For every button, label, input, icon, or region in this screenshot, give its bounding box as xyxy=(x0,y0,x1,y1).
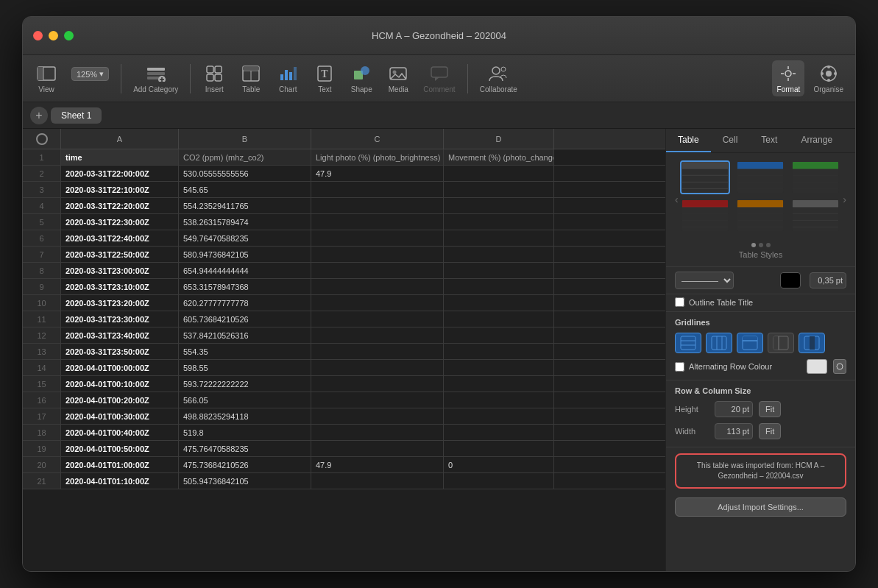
table-row[interactable]: 122020-03-31T23:40:00Z537.84210526316 xyxy=(23,327,665,344)
border-pt-input[interactable] xyxy=(810,272,846,288)
cell-d[interactable] xyxy=(444,230,554,246)
style-thumb-plain[interactable] xyxy=(680,160,730,194)
cell-c[interactable] xyxy=(311,214,444,230)
cell-a[interactable]: 2020-04-01T00:20:00Z xyxy=(61,392,179,408)
cell-b[interactable]: 545.65 xyxy=(179,182,311,197)
cell-c[interactable] xyxy=(311,408,444,424)
cell-c[interactable] xyxy=(311,473,444,489)
cell-a[interactable]: 2020-04-01T00:30:00Z xyxy=(61,408,179,424)
cell-d[interactable] xyxy=(444,279,554,294)
table-row[interactable]: 42020-03-31T22:20:00Z554.23529411765 xyxy=(23,198,665,214)
cell-c[interactable] xyxy=(311,182,444,197)
cell-b[interactable]: 538.26315789474 xyxy=(179,214,311,230)
cell-d[interactable] xyxy=(444,198,554,213)
cell-a[interactable]: 2020-03-31T23:50:00Z xyxy=(61,344,179,359)
cell-d[interactable] xyxy=(444,360,554,375)
cell-a[interactable]: time xyxy=(61,149,179,165)
cell-b[interactable]: 498.88235294118 xyxy=(179,408,311,424)
tab-cell[interactable]: Cell xyxy=(711,129,750,152)
cell-d[interactable] xyxy=(444,408,554,424)
cell-c[interactable]: Light photo (%) (photo_brightness) xyxy=(311,149,444,165)
cell-a[interactable]: 2020-03-31T22:00:00Z xyxy=(61,166,179,181)
cell-a[interactable]: 2020-03-31T22:30:00Z xyxy=(61,214,179,230)
table-row[interactable]: 112020-03-31T23:30:00Z605.73684210526 xyxy=(23,311,665,327)
table-row[interactable]: 32020-03-31T22:10:00Z545.65 xyxy=(23,182,665,198)
cell-d[interactable] xyxy=(444,295,554,311)
width-input[interactable] xyxy=(715,423,753,439)
view-tool[interactable]: View xyxy=(30,60,63,96)
add-sheet-button[interactable]: + xyxy=(30,107,48,124)
cell-d[interactable] xyxy=(444,214,554,230)
cell-d[interactable] xyxy=(444,247,554,262)
table-row[interactable]: 62020-03-31T22:40:00Z549.76470588235 xyxy=(23,230,665,247)
cell-b[interactable]: 620.27777777778 xyxy=(179,295,311,311)
cell-c[interactable] xyxy=(311,279,444,294)
cell-c[interactable] xyxy=(311,263,444,278)
styles-prev-arrow[interactable]: ‹ xyxy=(673,194,680,205)
style-thumb-gray[interactable] xyxy=(790,199,840,233)
cell-b[interactable]: 537.84210526316 xyxy=(179,327,311,343)
cell-c[interactable] xyxy=(311,441,444,456)
table-row[interactable]: 102020-03-31T23:20:00Z620.27777777778 xyxy=(23,295,665,311)
cell-d[interactable] xyxy=(444,425,554,440)
cell-d[interactable]: 0 xyxy=(444,457,554,472)
adjust-import-button[interactable]: Adjust Import Settings... xyxy=(675,497,846,517)
cell-d[interactable] xyxy=(444,311,554,327)
cell-a[interactable]: 2020-03-31T22:50:00Z xyxy=(61,247,179,262)
style-thumb-orange[interactable] xyxy=(735,199,785,233)
cell-a[interactable]: 2020-04-01T00:40:00Z xyxy=(61,425,179,440)
cell-b[interactable]: 580.94736842105 xyxy=(179,247,311,262)
gridlines-header-col-btn[interactable] xyxy=(768,333,794,353)
cell-b[interactable]: 605.73684210526 xyxy=(179,311,311,327)
table-row[interactable]: 192020-04-01T00:50:00Z475.76470588235 xyxy=(23,441,665,457)
cell-d[interactable]: Movement (%) (photo_change) xyxy=(444,149,554,165)
tab-text[interactable]: Text xyxy=(749,129,789,152)
cell-b[interactable]: 554.35 xyxy=(179,344,311,359)
outline-checkbox[interactable] xyxy=(675,297,684,307)
cell-d[interactable] xyxy=(444,182,554,197)
gridlines-all-rows-btn[interactable] xyxy=(675,333,701,353)
cell-c[interactable] xyxy=(311,425,444,440)
gridlines-header-row-btn[interactable] xyxy=(737,333,763,353)
cell-a[interactable]: 2020-03-31T22:10:00Z xyxy=(61,182,179,197)
table-row[interactable]: 202020-04-01T01:00:00Z475.7368421052647.… xyxy=(23,457,665,473)
organise-tool[interactable]: Organise xyxy=(809,60,848,96)
table-row[interactable]: 72020-03-31T22:50:00Z580.94736842105 xyxy=(23,247,665,263)
tab-table[interactable]: Table xyxy=(666,129,711,152)
cell-a[interactable]: 2020-03-31T23:40:00Z xyxy=(61,327,179,343)
cell-d[interactable] xyxy=(444,344,554,359)
cell-a[interactable]: 2020-03-31T23:00:00Z xyxy=(61,263,179,278)
maximize-button[interactable] xyxy=(64,31,74,40)
table-row[interactable]: 172020-04-01T00:30:00Z498.88235294118 xyxy=(23,408,665,425)
width-fit-button[interactable]: Fit xyxy=(759,423,781,439)
table-row[interactable]: 132020-03-31T23:50:00Z554.35 xyxy=(23,344,665,360)
select-all-button[interactable] xyxy=(36,133,48,145)
cell-c[interactable]: 47.9 xyxy=(311,166,444,181)
alternating-color-swatch[interactable] xyxy=(807,359,827,374)
cell-a[interactable]: 2020-03-31T23:30:00Z xyxy=(61,311,179,327)
cell-d[interactable] xyxy=(444,166,554,181)
sheet-tab-1[interactable]: Sheet 1 xyxy=(51,107,102,124)
cell-b[interactable]: 554.23529411765 xyxy=(179,198,311,213)
media-tool[interactable]: Media xyxy=(382,60,414,96)
cell-c[interactable] xyxy=(311,311,444,327)
border-style-select[interactable]: ————— xyxy=(675,272,734,289)
cell-a[interactable]: 2020-03-31T23:10:00Z xyxy=(61,279,179,294)
cell-d[interactable] xyxy=(444,473,554,489)
cell-c[interactable] xyxy=(311,344,444,359)
table-row[interactable]: 162020-04-01T00:20:00Z566.05 xyxy=(23,392,665,408)
chart-tool[interactable]: Chart xyxy=(272,60,304,96)
cell-c[interactable] xyxy=(311,295,444,311)
table-row[interactable]: 212020-04-01T01:10:00Z505.94736842105 xyxy=(23,473,665,489)
table-row[interactable]: 182020-04-01T00:40:00Z519.8 xyxy=(23,425,665,441)
cell-a[interactable]: 2020-04-01T00:50:00Z xyxy=(61,441,179,456)
cell-b[interactable]: 566.05 xyxy=(179,392,311,408)
cell-a[interactable]: 2020-04-01T00:10:00Z xyxy=(61,376,179,392)
zoom-tool[interactable]: 125% ▾ 125% xyxy=(67,64,113,93)
height-fit-button[interactable]: Fit xyxy=(759,401,781,417)
style-thumb-blue[interactable] xyxy=(735,160,785,194)
cell-a[interactable]: 2020-03-31T23:20:00Z xyxy=(61,295,179,311)
gridlines-alt-col-btn[interactable] xyxy=(799,333,825,353)
cell-c[interactable] xyxy=(311,198,444,213)
gridlines-all-cols-btn[interactable] xyxy=(706,333,732,353)
